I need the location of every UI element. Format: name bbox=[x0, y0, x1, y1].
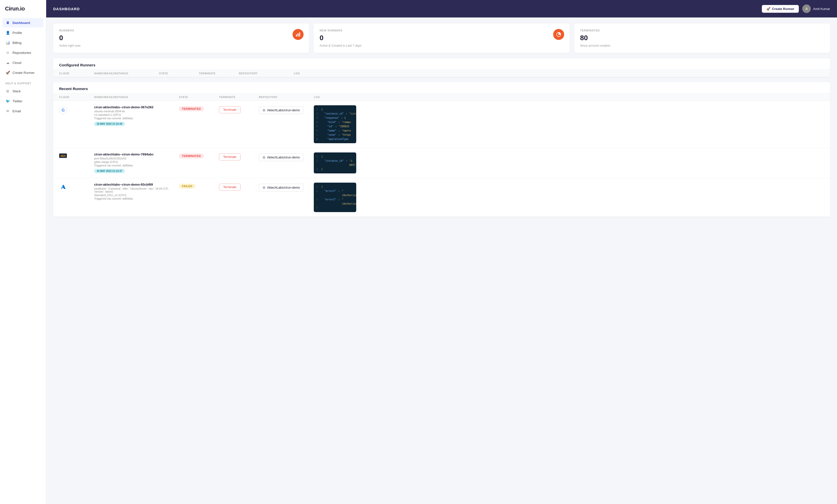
stat-icon-new-runners bbox=[553, 29, 564, 40]
stats-row: RUNNERS 0 Active right now. NEW RUNNERS … bbox=[53, 23, 830, 53]
stat-sub: Active right now. bbox=[59, 44, 303, 48]
stat-label: NEW RUNNERS bbox=[320, 29, 564, 32]
repositories-icon: ⊙ bbox=[5, 50, 10, 55]
stat-label: RUNNERS bbox=[59, 29, 303, 32]
runner-terminate: Terminate bbox=[219, 183, 259, 191]
page-title: DASHBOARD bbox=[53, 7, 80, 11]
configured-runners-title: Configured Runners bbox=[53, 58, 830, 70]
log-block[interactable]: 1{ 2 "instance_id": "i-0057 3} bbox=[314, 152, 356, 174]
azure-logo bbox=[59, 184, 66, 191]
avatar: A bbox=[802, 4, 811, 13]
github-icon: ⊙ bbox=[263, 156, 265, 159]
stat-icon-runners bbox=[292, 29, 304, 40]
stat-sub: Since account creation bbox=[580, 44, 824, 48]
repo-name: AktechLabs/cirun-demo bbox=[267, 109, 300, 112]
runner-state: FAILED bbox=[179, 183, 219, 188]
repo-link-button[interactable]: ⊙ AktechLabs/cirun-demo bbox=[259, 184, 304, 191]
runner-info: cirun-aktechlabs--cirun-demo-367e262 ubu… bbox=[94, 105, 179, 126]
th-state: STATE bbox=[179, 95, 219, 98]
stat-card-runners: RUNNERS 0 Active right now. bbox=[53, 23, 309, 53]
email-icon: ✉ bbox=[5, 109, 10, 113]
runner-info: cirun-aktechlabs--cirun-demo-7694abc ami… bbox=[94, 152, 179, 173]
log-block[interactable]: 1{ 2 "error1": "(Authorizat 3 "error2": … bbox=[314, 183, 356, 212]
sidebar-item-label: Create Runner bbox=[13, 71, 35, 75]
cloud-logo-azure bbox=[59, 183, 94, 191]
sidebar-item-label: Cloud bbox=[13, 61, 21, 65]
runner-info: cirun-aktechlabs--cirun-demo-93cbf69 {'p… bbox=[94, 183, 179, 201]
recent-runners-header: CLOUD NAME/IMAGE/INSTANCE STATE TERMINAT… bbox=[53, 93, 830, 101]
sidebar-item-dashboard[interactable]: 🖥 Dashboard bbox=[2, 18, 43, 28]
stat-card-new-runners: NEW RUNNERS 0 Active & Created in Last 7… bbox=[314, 23, 569, 53]
cloud-logo-aws: aws bbox=[59, 152, 94, 158]
sidebar-nav: 🖥 Dashboard 👤 Profile 📊 Billing ⊙ Reposi… bbox=[0, 18, 46, 504]
sidebar-item-label: Dashboard bbox=[13, 21, 30, 25]
sidebar-item-twitter[interactable]: 🐦 Twitter bbox=[2, 96, 43, 106]
github-icon: ⊙ bbox=[263, 186, 265, 190]
stat-card-terminated: TERMINATED 80 Since account creation bbox=[574, 23, 830, 53]
create-runner-button[interactable]: 🚀 Create Runner bbox=[762, 5, 799, 13]
terminate-button[interactable]: Terminate bbox=[219, 154, 241, 160]
sidebar-item-label: Email bbox=[13, 109, 21, 113]
logo: Cirun.io bbox=[0, 0, 46, 18]
runner-repo: ⊙ AktechLabs/cirun-demo bbox=[259, 152, 314, 161]
sidebar-item-slack[interactable]: ⊞ Slack bbox=[2, 86, 43, 96]
repo-name: AktechLabs/cirun-demo bbox=[267, 156, 300, 159]
sidebar-item-create-runner[interactable]: 🚀 Create Runner bbox=[2, 68, 43, 77]
create-runner-label: Create Runner bbox=[772, 7, 795, 11]
runner-trigger: Triggered via commit: daf5bba bbox=[94, 164, 179, 167]
th-repo: REPOSITORY bbox=[239, 72, 294, 75]
sidebar-item-label: Billing bbox=[13, 41, 21, 45]
runner-instance: g4dn.xlarge (CPU) bbox=[94, 160, 179, 163]
recent-runners-title: Recent Runners bbox=[53, 82, 830, 93]
runner-instance: n1-standard-1 (GPU) bbox=[94, 113, 179, 116]
th-log: LOG bbox=[314, 95, 359, 98]
aws-logo: aws bbox=[59, 154, 67, 158]
svg-rect-1 bbox=[298, 33, 299, 36]
sidebar-item-profile[interactable]: 👤 Profile bbox=[2, 28, 43, 37]
slack-icon: ⊞ bbox=[5, 89, 10, 93]
runner-trigger: Triggered via commit: daf5bba bbox=[94, 117, 179, 120]
th-terminate: TERMINATE bbox=[219, 95, 259, 98]
terminate-button[interactable]: Terminate bbox=[219, 106, 241, 113]
th-repo: REPOSITORY bbox=[259, 95, 314, 98]
table-row: G cirun-aktechlabs--cirun-demo-367e262 u… bbox=[53, 101, 830, 148]
stat-sub: Active & Created in Last 7 days bbox=[320, 44, 564, 48]
stat-value: 80 bbox=[580, 34, 824, 42]
google-logo: G bbox=[59, 106, 67, 114]
create-runner-icon: 🚀 bbox=[5, 70, 10, 75]
profile-icon: 👤 bbox=[5, 31, 10, 35]
runner-name: cirun-aktechlabs--cirun-demo-7694abc bbox=[94, 152, 179, 156]
svg-rect-0 bbox=[296, 34, 297, 36]
rocket-icon: 🚀 bbox=[766, 7, 770, 11]
runner-image: {'publisher': 'Canonical', 'offer': 'Ubu… bbox=[94, 187, 169, 193]
runner-repo: ⊙ AktechLabs/cirun-demo bbox=[259, 183, 314, 191]
log-block[interactable]: 1{ 2 "instance_id": "cirun- 3 "response"… bbox=[314, 105, 356, 143]
svg-rect-2 bbox=[299, 33, 300, 37]
runner-trigger: Triggered via commit: daf5bba bbox=[94, 197, 179, 200]
terminate-button[interactable]: Terminate bbox=[219, 184, 241, 191]
header: DASHBOARD 🚀 Create Runner A Amit Kumar bbox=[46, 0, 837, 17]
recent-runners-section: Recent Runners CLOUD NAME/IMAGE/INSTANCE… bbox=[53, 82, 830, 217]
repo-link-button[interactable]: ⊙ AktechLabs/cirun-demo bbox=[259, 154, 304, 161]
runner-name: cirun-aktechlabs--cirun-demo-93cbf69 bbox=[94, 183, 179, 186]
user-name: Amit Kumar bbox=[813, 7, 830, 11]
runner-terminate: Terminate bbox=[219, 105, 259, 113]
stat-label: TERMINATED bbox=[580, 29, 824, 32]
sidebar-item-email[interactable]: ✉ Email bbox=[2, 106, 43, 116]
repo-link-button[interactable]: ⊙ AktechLabs/cirun-demo bbox=[259, 106, 304, 114]
configured-runners-header: CLOUD NAME/IMAGE/INSTANCE STATE TERMINAT… bbox=[53, 70, 830, 77]
sidebar-item-cloud[interactable]: ☁ Cloud bbox=[2, 58, 43, 67]
state-badge: TERMINATED bbox=[179, 106, 204, 111]
sidebar-item-label: Slack bbox=[13, 89, 21, 93]
th-terminate: TERMINATE bbox=[199, 72, 239, 75]
sidebar-item-billing[interactable]: 📊 Billing bbox=[2, 38, 43, 48]
user-info: A Amit Kumar bbox=[802, 4, 830, 13]
runner-image: ubuntu-minimal-2004-lts bbox=[94, 110, 179, 113]
content-area: RUNNERS 0 Active right now. NEW RUNNERS … bbox=[46, 17, 837, 504]
runner-repo: ⊙ AktechLabs/cirun-demo bbox=[259, 105, 314, 114]
runner-date-tag: 19 MAY 2022 21:10:37 bbox=[94, 169, 125, 173]
sidebar-item-repositories[interactable]: ⊙ Repositories bbox=[2, 48, 43, 57]
state-badge: FAILED bbox=[179, 184, 195, 188]
th-state: STATE bbox=[159, 72, 199, 75]
state-badge: TERMINATED bbox=[179, 154, 204, 159]
